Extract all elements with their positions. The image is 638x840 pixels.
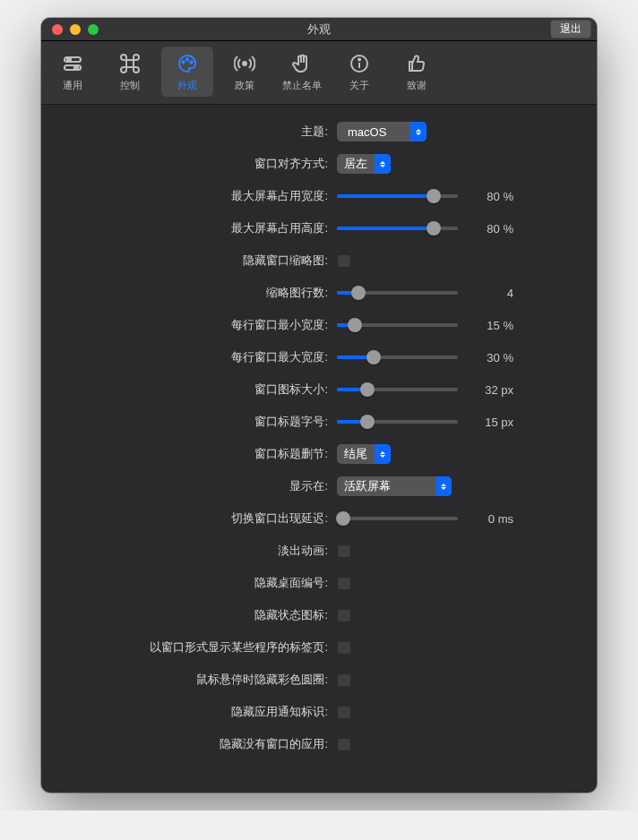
info-icon	[348, 52, 371, 75]
tab-acknowledgements[interactable]: 致谢	[391, 47, 443, 97]
max-width-slider[interactable]	[337, 194, 458, 198]
row-theme: 主题: macOS	[68, 121, 570, 142]
tab-label: 外观	[177, 79, 197, 92]
hide-hover-circle-label: 鼠标悬停时隐藏彩色圆圈:	[68, 672, 337, 688]
max-height-value: 80 %	[469, 222, 513, 236]
row-hide-notif-badge: 隐藏应用通知标识:	[68, 701, 570, 723]
tab-label: 关于	[349, 79, 369, 92]
tabs-as-windows-checkbox[interactable]	[337, 640, 351, 655]
row-max-height: 最大屏幕占用高度: 80 %	[68, 218, 570, 239]
tab-label: 致谢	[407, 79, 427, 92]
row-show-on: 显示在: 活跃屏幕	[68, 476, 570, 497]
tabs-as-windows-label: 以窗口形式显示某些程序的标签页:	[68, 639, 337, 656]
svg-point-3	[74, 65, 78, 69]
hide-no-window-app-checkbox[interactable]	[337, 737, 351, 751]
max-width-label: 最大屏幕占用宽度:	[68, 188, 337, 204]
tab-label: 禁止名单	[282, 79, 322, 92]
row-min-w-value: 15 %	[469, 319, 513, 332]
titlebar: 外观 退出	[41, 18, 597, 41]
row-min-w-label: 每行窗口最小宽度:	[68, 317, 337, 333]
chevron-updown-icon	[435, 476, 452, 496]
command-icon	[118, 52, 142, 75]
tab-general[interactable]: 通用	[47, 47, 99, 97]
switch-delay-slider[interactable]	[337, 517, 458, 520]
svg-point-5	[186, 58, 188, 60]
hide-desk-num-checkbox[interactable]	[337, 576, 351, 590]
title-size-value: 15 px	[469, 416, 513, 429]
icon-size-slider[interactable]	[337, 388, 458, 391]
title-trunc-select[interactable]: 结尾	[337, 444, 391, 464]
row-hide-desk-num: 隐藏桌面编号:	[68, 572, 570, 594]
max-height-label: 最大屏幕占用高度:	[68, 220, 337, 236]
row-icon-size: 窗口图标大小: 32 px	[68, 379, 570, 400]
row-thumb-rows: 缩略图行数: 4	[68, 282, 570, 304]
sliders-icon	[61, 52, 84, 75]
window-align-label: 窗口对齐方式:	[68, 156, 337, 172]
row-min-w-slider[interactable]	[337, 323, 458, 327]
fade-anim-label: 淡出动画:	[68, 543, 337, 559]
tab-policies[interactable]: 政策	[219, 47, 271, 97]
zoom-window-button[interactable]	[88, 24, 99, 35]
palette-icon	[176, 52, 199, 75]
icon-size-label: 窗口图标大小:	[68, 381, 337, 398]
switch-delay-value: 0 ms	[469, 512, 513, 526]
tab-appearance[interactable]: 外观	[161, 47, 213, 97]
chevron-updown-icon	[375, 154, 391, 174]
hide-notif-badge-label: 隐藏应用通知标识:	[68, 704, 337, 720]
show-on-label: 显示在:	[68, 478, 337, 494]
window-align-select[interactable]: 居左	[337, 154, 391, 174]
hide-desk-num-label: 隐藏桌面编号:	[68, 575, 337, 591]
tab-controls[interactable]: 控制	[104, 47, 156, 97]
tab-blocklist[interactable]: 禁止名单	[276, 47, 328, 97]
toolbar: 通用 控制 外观 政策 禁止名单	[41, 41, 597, 105]
svg-point-7	[243, 62, 246, 65]
icon-size-value: 32 px	[469, 383, 513, 397]
tab-about[interactable]: 关于	[333, 47, 385, 97]
title-size-label: 窗口标题字号:	[68, 414, 337, 430]
row-hide-no-window-app: 隐藏没有窗口的应用:	[68, 733, 570, 755]
exit-button[interactable]: 退出	[550, 20, 591, 39]
close-window-button[interactable]	[52, 24, 63, 35]
row-max-width: 最大屏幕占用宽度: 80 %	[68, 185, 570, 207]
traffic-lights	[41, 24, 99, 35]
thumb-rows-value: 4	[469, 287, 513, 300]
thumbs-up-icon	[405, 52, 428, 75]
broadcast-icon	[233, 52, 256, 75]
theme-select[interactable]: macOS	[337, 122, 427, 141]
thumb-rows-slider[interactable]	[337, 291, 458, 295]
row-max-w: 每行窗口最大宽度: 30 %	[68, 347, 570, 368]
title-size-slider[interactable]	[337, 420, 458, 424]
switch-delay-label: 切换窗口出现延迟:	[68, 510, 337, 527]
svg-point-2	[67, 57, 71, 61]
row-hide-hover-circle: 鼠标悬停时隐藏彩色圆圈:	[68, 669, 570, 690]
row-title-trunc: 窗口标题删节: 结尾	[68, 443, 570, 465]
hide-notif-badge-checkbox[interactable]	[337, 705, 351, 719]
hand-icon	[290, 52, 314, 75]
show-on-select[interactable]: 活跃屏幕	[337, 476, 452, 496]
hide-thumb-checkbox[interactable]	[337, 253, 351, 268]
row-min-w: 每行窗口最小宽度: 15 %	[68, 314, 570, 336]
preferences-window: 外观 退出 通用 控制 外观 政策	[41, 18, 597, 793]
svg-point-6	[190, 61, 192, 63]
tab-label: 政策	[235, 79, 254, 92]
hide-hover-circle-checkbox[interactable]	[337, 673, 351, 687]
settings-pane: 主题: macOS 窗口对齐方式: 居左 最大屏幕占用宽度: 8	[41, 105, 597, 793]
tab-label: 通用	[63, 79, 82, 92]
row-hide-thumb: 隐藏窗口缩略图:	[68, 250, 570, 271]
row-max-w-value: 30 %	[469, 351, 513, 364]
row-tabs-as-windows: 以窗口形式显示某些程序的标签页:	[68, 637, 570, 658]
row-max-w-label: 每行窗口最大宽度:	[68, 349, 337, 365]
hide-status-icon-checkbox[interactable]	[337, 608, 351, 622]
minimize-window-button[interactable]	[70, 24, 81, 35]
svg-point-10	[358, 58, 360, 60]
row-hide-status-icon: 隐藏状态图标:	[68, 604, 570, 626]
hide-thumb-label: 隐藏窗口缩略图:	[68, 253, 337, 269]
row-window-align: 窗口对齐方式: 居左	[68, 153, 570, 175]
max-width-value: 80 %	[469, 190, 513, 203]
chevron-updown-icon	[375, 444, 391, 464]
thumb-rows-label: 缩略图行数:	[68, 285, 337, 301]
fade-anim-checkbox[interactable]	[337, 544, 351, 558]
row-fade-anim: 淡出动画:	[68, 540, 570, 561]
max-height-slider[interactable]	[337, 227, 458, 230]
row-max-w-slider[interactable]	[337, 356, 458, 359]
